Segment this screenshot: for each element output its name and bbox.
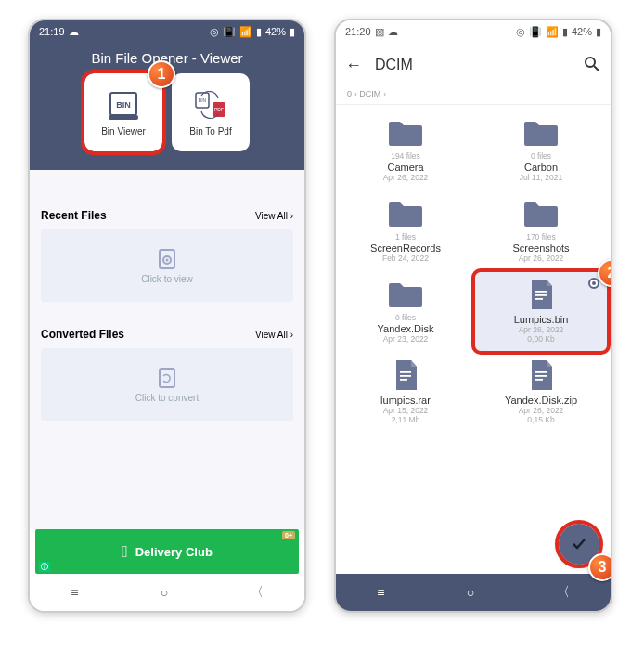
search-icon[interactable]: [583, 55, 601, 76]
phone-left: 21:19 ☁ ◎ 📳 📶 ▮ 42% ▮ Bin File Opener - …: [28, 19, 306, 613]
converted-placeholder-text: Click to convert: [135, 393, 199, 403]
converted-placeholder[interactable]: Click to convert: [41, 348, 293, 421]
ad-label: Delivery Club: [135, 545, 213, 559]
status-battery: 42%: [572, 26, 592, 37]
folder-title: DCIM: [375, 57, 413, 73]
svg-rect-16: [400, 375, 411, 377]
nav-back[interactable]: 〈: [557, 584, 570, 601]
item-date: Feb 24, 2022: [382, 254, 429, 263]
bin-to-pdf-icon: BIN PDF: [192, 89, 229, 123]
selection-radio[interactable]: [588, 278, 599, 289]
svg-rect-18: [535, 371, 547, 373]
nav-home[interactable]: ○: [467, 585, 474, 600]
svg-rect-20: [535, 379, 543, 381]
item-date: Apr 15, 2022: [383, 406, 429, 415]
converted-view-all[interactable]: View All ›: [255, 330, 293, 340]
option-bin-to-pdf[interactable]: BIN PDF Bin To Pdf: [172, 73, 250, 151]
cloud-icon: ☁: [69, 26, 79, 38]
item-date: Apr 26, 2022: [519, 325, 564, 334]
option-label: Bin Viewer: [101, 126, 146, 136]
recent-title: Recent Files: [41, 209, 107, 222]
file-item[interactable]: Lumpics.binApr 26, 20220,00 Kb2: [475, 272, 607, 351]
file-eye-icon: [154, 248, 180, 270]
file-item[interactable]: Yandex.Disk.zipApr 26, 20220,15 Kb: [475, 353, 607, 432]
svg-rect-15: [400, 371, 411, 373]
item-count: 170 files: [526, 232, 556, 241]
item-size: 0,15 Kb: [527, 415, 554, 424]
file-grid: 194 filesCameraApr 26, 20220 filesCarbon…: [336, 105, 611, 437]
breadcrumb[interactable]: 0 DCIM: [336, 87, 611, 105]
badge-3: 3: [588, 553, 612, 581]
ad-info-icon[interactable]: ⓘ: [39, 562, 50, 572]
folder-item[interactable]: 0 filesYandex.DiskApr 23, 2022: [340, 272, 471, 351]
item-name: Yandex.Disk: [378, 323, 434, 334]
svg-rect-12: [535, 291, 547, 292]
android-nav-bar: ≡ ○ 〈: [30, 574, 304, 611]
svg-text:BIN: BIN: [116, 100, 131, 110]
ad-age-tag: 0+: [282, 531, 295, 540]
vibrate-icon: 📳: [529, 26, 542, 38]
gallery-icon: ▧: [375, 26, 384, 38]
android-nav-bar: ≡ ○ 〈: [336, 574, 611, 611]
item-size: 0,00 Kb: [527, 334, 554, 344]
svg-rect-13: [535, 294, 547, 296]
item-date: Apr 26, 2022: [383, 173, 429, 182]
status-time: 21:19: [39, 26, 65, 37]
ad-banner[interactable]: 𓅦 Delivery Club 0+ ⓘ: [35, 529, 299, 574]
file-item[interactable]: lumpics.rarApr 15, 20222,11 Mb: [340, 353, 471, 432]
item-name: Camera: [387, 162, 423, 173]
vibrate-icon: 📳: [223, 26, 236, 38]
status-bar: 21:19 ☁ ◎ 📳 📶 ▮ 42% ▮: [30, 20, 304, 43]
folder-item[interactable]: 170 filesScreenshotsApr 26, 2022: [475, 191, 607, 270]
option-bin-viewer[interactable]: BIN Bin Viewer 1: [84, 73, 162, 151]
bin-viewer-icon: BIN: [105, 89, 142, 123]
item-count: 194 files: [391, 151, 420, 161]
recent-view-all[interactable]: View All ›: [255, 211, 293, 221]
svg-rect-19: [535, 375, 547, 377]
file-convert-icon: [154, 367, 180, 389]
nav-recent[interactable]: ≡: [377, 585, 384, 600]
item-name: lumpics.rar: [380, 395, 431, 406]
item-name: Screenshots: [512, 242, 569, 254]
svg-point-11: [586, 58, 595, 67]
battery-icon: ▮: [596, 26, 601, 38]
battery-icon: ▮: [290, 26, 295, 38]
svg-text:PDF: PDF: [214, 107, 224, 112]
app-header: Bin File Opener - Viewer BIN Bin Viewer …: [30, 43, 304, 170]
item-count: 0 files: [531, 151, 551, 161]
svg-point-9: [166, 258, 169, 261]
nav-home[interactable]: ○: [161, 585, 168, 600]
item-name: Yandex.Disk.zip: [505, 395, 577, 406]
back-arrow-icon[interactable]: ←: [345, 56, 362, 75]
item-name: Carbon: [524, 162, 558, 173]
badge-1: 1: [148, 60, 175, 88]
svg-text:BIN: BIN: [199, 98, 207, 103]
signal-icon: ▮: [562, 26, 568, 38]
location-icon: ◎: [516, 26, 525, 38]
status-bar: 21:20 ▧ ☁ ◎ 📳 📶 ▮ 42% ▮: [336, 20, 611, 43]
phone-right: 21:20 ▧ ☁ ◎ 📳 📶 ▮ 42% ▮ ← DCIM 0 DCIM 19…: [334, 19, 612, 613]
nav-recent[interactable]: ≡: [71, 585, 78, 600]
item-size: 2,11 Mb: [392, 415, 420, 424]
item-name: ScreenRecords: [370, 242, 441, 254]
folder-item[interactable]: 0 filesCarbonJul 11, 2021: [475, 110, 607, 189]
ostrich-icon: 𓅦: [122, 542, 128, 562]
wifi-icon: 📶: [546, 26, 559, 38]
item-date: Apr 23, 2022: [383, 334, 429, 344]
status-time: 21:20: [345, 26, 371, 37]
signal-icon: ▮: [256, 26, 262, 38]
nav-back[interactable]: 〈: [251, 584, 264, 601]
wifi-icon: 📶: [239, 26, 252, 38]
recent-placeholder[interactable]: Click to view: [41, 229, 293, 302]
item-name: Lumpics.bin: [514, 314, 569, 325]
file-browser-header: ← DCIM: [336, 43, 611, 87]
svg-rect-10: [160, 369, 174, 387]
cloud-icon: ☁: [388, 26, 398, 38]
folder-item[interactable]: 1 filesScreenRecordsFeb 24, 2022: [340, 191, 471, 270]
item-date: Apr 26, 2022: [519, 254, 564, 263]
status-battery: 42%: [265, 26, 286, 37]
option-label: Bin To Pdf: [189, 126, 231, 136]
converted-title: Converted Files: [41, 328, 124, 341]
item-count: 0 files: [395, 313, 416, 322]
folder-item[interactable]: 194 filesCameraApr 26, 2022: [340, 110, 471, 189]
